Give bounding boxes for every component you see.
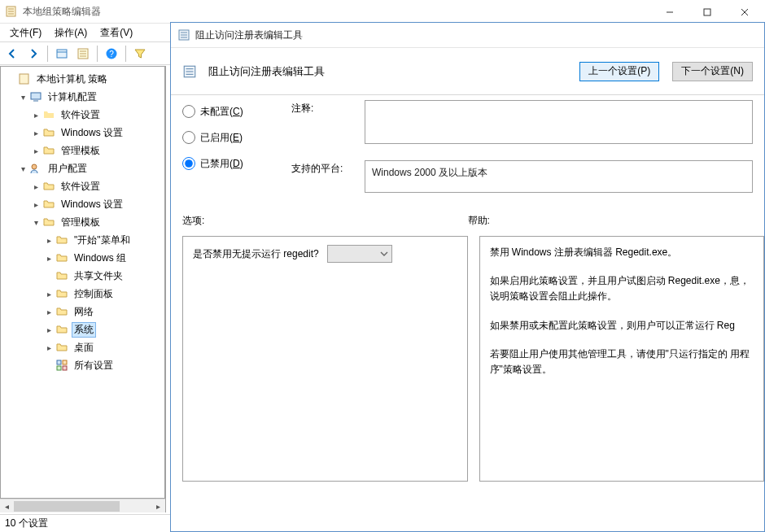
- dialog-header-title: 阻止访问注册表编辑工具: [208, 64, 566, 79]
- tree-item[interactable]: ▸Windows 设置: [6, 195, 164, 213]
- folder-icon: [42, 216, 55, 229]
- dialog-titlebar[interactable]: 阻止访问注册表编辑工具: [171, 23, 764, 48]
- svg-point-19: [32, 164, 37, 169]
- folder-icon: [55, 341, 68, 354]
- settings-icon: [55, 359, 68, 372]
- chevron-right-icon[interactable]: ▸: [30, 127, 42, 138]
- tree-item[interactable]: ▸Windows 设置: [6, 124, 164, 142]
- toolbar-separator: [97, 46, 98, 62]
- scroll-left-icon[interactable]: ◂: [0, 499, 14, 513]
- chevron-down-icon[interactable]: ▾: [17, 163, 28, 174]
- tree-item[interactable]: ▾管理模板: [6, 213, 164, 231]
- folder-icon: [55, 305, 68, 318]
- tree-item[interactable]: ▸Windows 组: [6, 249, 164, 267]
- folder-icon: [42, 108, 55, 121]
- scroll-right-icon[interactable]: ▸: [151, 499, 165, 513]
- folder-icon: [55, 269, 68, 282]
- folder-icon: [42, 126, 55, 139]
- chevron-right-icon[interactable]: ▸: [30, 198, 42, 210]
- status-text: 10 个设置: [5, 517, 48, 530]
- svg-rect-21: [63, 360, 67, 364]
- tree-computer-config[interactable]: ▾ 计算机配置: [6, 88, 164, 106]
- tree-item[interactable]: 所有设置: [6, 356, 164, 374]
- menu-file[interactable]: 文件(F): [3, 24, 48, 42]
- prev-setting-button[interactable]: 上一个设置(P): [579, 62, 659, 81]
- next-setting-button[interactable]: 下一个设置(N): [672, 62, 753, 81]
- toolbar-separator: [125, 46, 126, 62]
- radio-enabled[interactable]: 已启用(E): [182, 129, 288, 146]
- svg-text:?: ?: [109, 50, 114, 59]
- svg-rect-1: [704, 9, 710, 15]
- svg-rect-8: [57, 50, 67, 58]
- svg-rect-23: [63, 366, 67, 370]
- toolbar-help-button[interactable]: ?: [102, 44, 121, 63]
- comment-input[interactable]: [365, 100, 753, 144]
- main-title: 本地组策略编辑器: [23, 5, 101, 19]
- scroll-thumb[interactable]: [14, 501, 120, 512]
- tree-item[interactable]: 共享文件夹: [6, 267, 164, 285]
- tree-item[interactable]: ▸软件设置: [6, 177, 164, 195]
- radio-not-configured[interactable]: 未配置(C): [182, 103, 288, 120]
- dialog-header: 阻止访问注册表编辑工具 上一个设置(P) 下一个设置(N): [171, 48, 764, 95]
- tree-item[interactable]: ▸管理模板: [6, 142, 164, 159]
- chevron-right-icon[interactable]: ▸: [43, 252, 55, 264]
- tree-item-system[interactable]: ▸系统: [6, 321, 164, 338]
- folder-icon: [42, 198, 55, 211]
- svg-rect-17: [31, 93, 41, 99]
- chevron-right-icon[interactable]: ▸: [43, 342, 55, 353]
- radio-disabled[interactable]: 已禁用(D): [182, 155, 288, 172]
- help-label: 帮助:: [468, 214, 754, 228]
- option-question: 是否禁用无提示运行 regedit?: [193, 247, 319, 261]
- tree-root[interactable]: 本地计算机 策略: [6, 70, 164, 88]
- toolbar-list-button[interactable]: [73, 44, 93, 63]
- chevron-down-icon[interactable]: ▾: [30, 216, 42, 228]
- app-icon: [5, 5, 18, 18]
- supported-label: 支持的平台:: [291, 160, 365, 176]
- tree-user-config[interactable]: ▾用户配置: [6, 159, 164, 177]
- folder-icon: [55, 233, 68, 246]
- help-paragraph: 禁用 Windows 注册表编辑器 Regedit.exe。: [490, 245, 754, 260]
- menu-action[interactable]: 操作(A): [48, 24, 94, 42]
- close-button[interactable]: [726, 1, 763, 23]
- maximize-button[interactable]: [688, 1, 726, 23]
- folder-icon: [55, 251, 68, 264]
- options-label: 选项:: [182, 214, 468, 228]
- chevron-right-icon[interactable]: ▸: [30, 109, 42, 120]
- comment-label: 注释:: [291, 100, 365, 116]
- folder-icon: [42, 180, 55, 193]
- chevron-right-icon[interactable]: ▸: [43, 324, 55, 335]
- policy-icon: [18, 72, 31, 85]
- nav-forward-button[interactable]: [24, 44, 43, 63]
- chevron-right-icon[interactable]: ▸: [43, 288, 55, 299]
- tree-item[interactable]: ▸"开始"菜单和: [6, 231, 164, 249]
- chevron-down-icon[interactable]: ▾: [17, 91, 28, 102]
- tree-item[interactable]: ▸桌面: [6, 338, 164, 356]
- help-paragraph: 如果禁用或未配置此策略设置，则用户可以正常运行 Reg: [490, 318, 754, 334]
- chevron-right-icon[interactable]: ▸: [30, 145, 42, 156]
- supported-value: Windows 2000 及以上版本: [365, 160, 753, 193]
- minimize-button[interactable]: [651, 1, 688, 23]
- tree-horizontal-scrollbar[interactable]: ◂ ▸: [0, 499, 165, 512]
- option-dropdown[interactable]: [327, 245, 392, 263]
- folder-icon: [55, 323, 68, 336]
- chevron-right-icon[interactable]: ▸: [30, 181, 42, 192]
- help-panel: 禁用 Windows 注册表编辑器 Regedit.exe。 如果启用此策略设置…: [479, 236, 765, 482]
- help-paragraph: 如果启用此策略设置，并且用户试图启动 Regedit.exe，息，说明策略设置会…: [490, 273, 754, 304]
- tree-item[interactable]: ▸控制面板: [6, 285, 164, 303]
- toolbar-filter-button[interactable]: [130, 44, 150, 63]
- chevron-right-icon[interactable]: ▸: [43, 306, 55, 317]
- options-panel: 是否禁用无提示运行 regedit?: [182, 236, 468, 482]
- tree-pane-wrapper: 本地计算机 策略 ▾ 计算机配置 ▸软件设置 ▸Windows 设置 ▸管理模板…: [0, 66, 166, 512]
- menu-view[interactable]: 查看(V): [94, 24, 139, 42]
- nav-back-button[interactable]: [2, 44, 22, 63]
- user-icon: [29, 162, 42, 175]
- folder-icon: [42, 144, 55, 157]
- policy-edit-dialog: 阻止访问注册表编辑工具 阻止访问注册表编辑工具 上一个设置(P) 下一个设置(N…: [170, 22, 765, 532]
- tree-item[interactable]: ▸网络: [6, 303, 164, 321]
- tree-pane[interactable]: 本地计算机 策略 ▾ 计算机配置 ▸软件设置 ▸Windows 设置 ▸管理模板…: [0, 66, 165, 499]
- tree-item[interactable]: ▸软件设置: [6, 106, 164, 124]
- chevron-right-icon[interactable]: ▸: [43, 234, 55, 246]
- folder-icon: [55, 287, 68, 300]
- chevron-down-icon: [380, 250, 388, 258]
- toolbar-props-button[interactable]: [52, 44, 72, 63]
